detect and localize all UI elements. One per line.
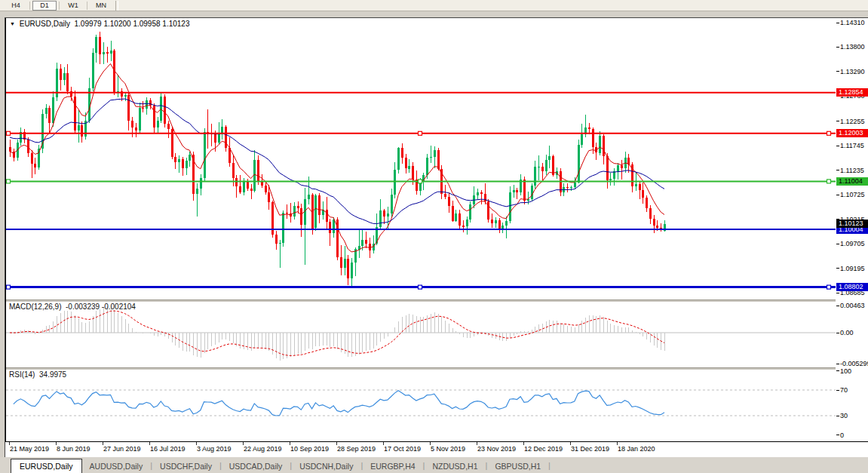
- candle-body: [265, 186, 267, 192]
- candle-body: [275, 235, 278, 244]
- candle-body: [139, 108, 141, 130]
- timeframe-button-d1[interactable]: D1: [32, 1, 57, 11]
- price-axis-tick: [836, 146, 839, 146]
- chart-title: ▼ EURUSD,Daily 1.09979 1.10200 1.09958 1…: [10, 20, 189, 28]
- candle-body: [448, 197, 450, 206]
- time-axis-label: 18 Jan 2020: [618, 445, 655, 453]
- candle-body: [459, 213, 461, 226]
- price-axis-label: 1.11745: [840, 142, 864, 149]
- price-axis-tick: [836, 121, 839, 121]
- candle-body: [31, 153, 33, 164]
- time-axis-label: 3 Aug 2019: [197, 445, 232, 453]
- candle-body: [603, 136, 605, 156]
- chart-tab-gbpusd[interactable]: GBPUSD,H1: [487, 459, 548, 473]
- candle-body: [358, 246, 360, 250]
- chart-tab-audusd[interactable]: AUDUSD,Daily: [82, 459, 151, 473]
- chart-tab-usdcad[interactable]: USDCAD,Daily: [222, 459, 290, 473]
- macd-axis-tick: [836, 306, 839, 306]
- rsi-panel[interactable]: RSI(14) 34.9975: [6, 370, 836, 441]
- chart-tab-usdcnh[interactable]: USDCNH,Daily: [292, 459, 360, 473]
- candle-body: [66, 73, 69, 91]
- candle-body: [401, 148, 403, 158]
- line-drag-handle[interactable]: [419, 285, 422, 289]
- candle-body: [599, 136, 601, 153]
- candle-body: [365, 240, 367, 244]
- line-drag-handle[interactable]: [419, 131, 422, 135]
- ohlc-low: 1.09958: [133, 20, 160, 28]
- candle-body: [218, 134, 220, 143]
- candle-body: [124, 95, 127, 97]
- candle-body: [498, 220, 501, 229]
- tab-bar-spacer: [0, 457, 11, 473]
- candle-body: [200, 178, 202, 189]
- line-drag-handle[interactable]: [827, 180, 831, 183]
- time-axis-label: 16 Jul 2019: [150, 445, 186, 453]
- price-chart-panel[interactable]: ▼ EURUSD,Daily 1.09979 1.10200 1.09958 1…: [6, 18, 836, 299]
- price-axis-tick: [836, 23, 839, 23]
- line-drag-handle[interactable]: [419, 180, 422, 183]
- timeframe-button-h4[interactable]: H4: [5, 1, 27, 11]
- candle-body: [297, 206, 299, 208]
- candle-body: [99, 37, 101, 54]
- candle-body: [340, 257, 342, 268]
- candle-body: [250, 189, 253, 191]
- toolbar-separator: [59, 2, 60, 10]
- line-drag-handle[interactable]: [827, 131, 831, 135]
- candle-body: [279, 243, 281, 244]
- chart-tab-nzdusd[interactable]: NZDUSD,H1: [425, 459, 485, 473]
- rsi-axis-label: 70: [840, 386, 848, 394]
- candle-body: [308, 195, 310, 199]
- rsi-axis-label: 100: [840, 367, 851, 375]
- candle-body: [157, 121, 159, 127]
- candle-body: [81, 125, 83, 137]
- candle-body: [516, 190, 518, 192]
- macd-axis-label: 0.00: [840, 329, 854, 336]
- macd-axis-tick: [836, 333, 839, 333]
- symbol-dropdown-icon[interactable]: ▼: [10, 21, 15, 26]
- candle-body: [146, 100, 148, 109]
- candle-body: [379, 210, 382, 227]
- candle-body: [135, 127, 137, 130]
- chart-tab-eurusd[interactable]: EURUSD,Daily: [11, 459, 82, 473]
- candle-body: [469, 204, 471, 220]
- chart-tab-usdchf[interactable]: USDCHF,Daily: [152, 459, 219, 473]
- candle-body: [635, 184, 637, 186]
- chart-tab-bar: EURUSD,DailyAUDUSD,Daily|USDCHF,Daily|US…: [0, 457, 868, 473]
- candle-body: [182, 159, 184, 168]
- candle-body: [541, 167, 544, 171]
- candle-body: [545, 160, 547, 171]
- line-drag-handle[interactable]: [827, 285, 831, 289]
- candle-body: [452, 206, 454, 221]
- candle-body: [257, 160, 259, 181]
- price-chart-canvas[interactable]: [6, 18, 836, 299]
- timeframe-button-mn[interactable]: MN: [90, 1, 112, 11]
- candle-body: [501, 226, 504, 229]
- candle-body: [480, 192, 483, 195]
- line-drag-handle[interactable]: [7, 131, 11, 135]
- candle-body: [466, 220, 468, 227]
- price-axis-label: 1.14310: [840, 19, 865, 26]
- line-drag-handle[interactable]: [7, 285, 11, 289]
- slow-ma-line[interactable]: [10, 99, 664, 224]
- rsi-label: RSI(14) 34.9975: [9, 370, 66, 379]
- candle-body: [621, 165, 623, 168]
- candle-body: [477, 192, 479, 196]
- chart-tab-eurgbp[interactable]: EURGBP,H4: [363, 459, 422, 473]
- candle-body: [314, 195, 317, 229]
- candle-body: [95, 37, 97, 52]
- macd-panel[interactable]: MACD(12,26,9) -0.003239 -0.002104: [6, 302, 836, 367]
- candle-body: [174, 157, 176, 162]
- macd-canvas[interactable]: [6, 302, 836, 367]
- macd-histogram: [11, 306, 665, 361]
- terminal-window: H4D1W1MN ▼ EURUSD,Daily 1.09979 1.10200 …: [0, 0, 868, 473]
- level-price-badge: 1.08802: [836, 283, 868, 291]
- chart-panels: ▼ EURUSD,Daily 1.09979 1.10200 1.09958 1…: [5, 18, 836, 456]
- time-axis-label: 5 Nov 2019: [431, 445, 465, 453]
- timeframe-button-w1[interactable]: W1: [62, 1, 84, 11]
- candle-body: [167, 124, 170, 130]
- candle-body: [548, 156, 551, 160]
- line-drag-handle[interactable]: [7, 180, 11, 183]
- rsi-canvas[interactable]: [6, 370, 836, 441]
- candle-body: [592, 129, 594, 147]
- candle-body: [286, 213, 288, 213]
